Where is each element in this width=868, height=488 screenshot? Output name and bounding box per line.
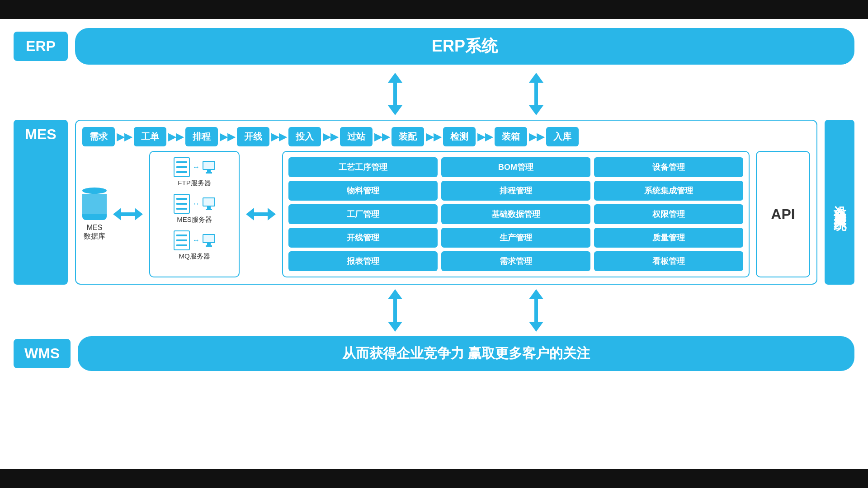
module-3: 物料管理 (288, 181, 438, 201)
module-0: 工艺工序管理 (288, 157, 438, 177)
server-rack-mq (174, 230, 190, 250)
h-shaft (121, 212, 135, 216)
arrow-right (529, 73, 543, 115)
main-content: ERP ERP系统 MES 需求 ▶▶ 工单 ▶▶ 排程 ▶▶ 开线 (0, 19, 868, 469)
flow-arrow-4: ▶▶ (323, 131, 338, 143)
mes-label: MES (14, 120, 68, 285)
process-item-4: 投入 (288, 127, 321, 146)
module-10: 生产管理 (441, 228, 590, 248)
module-2: 设备管理 (594, 157, 743, 177)
process-item-1: 工单 (134, 127, 166, 146)
arrow-up-head3 (388, 289, 402, 299)
db-mid (82, 194, 107, 214)
ftp-monitor (203, 161, 215, 174)
mes-row: MES 需求 ▶▶ 工单 ▶▶ 排程 ▶▶ 开线 ▶▶ 投入 ▶▶ 过站 ▶▶ … (14, 120, 854, 285)
module-8: 权限管理 (594, 204, 743, 224)
mes-db-section: MES数据库 (82, 151, 107, 277)
h-head-right (135, 208, 143, 221)
modules-box: 工艺工序管理 BOM管理 设备管理 物料管理 排程管理 系统集成管理 工厂管理 … (282, 151, 750, 277)
wms-label: WMS (14, 339, 71, 368)
module-7: 基础数据管理 (441, 204, 590, 224)
process-item-0: 需求 (82, 127, 115, 146)
rack-line (176, 161, 187, 163)
mq-label: MQ服务器 (179, 252, 210, 261)
flow-arrow-8: ▶▶ (529, 131, 544, 143)
process-item-6: 装配 (392, 127, 424, 146)
server-modules-arrow (246, 151, 276, 277)
ftp-server-icon: ↔ (174, 157, 215, 177)
arrow-down-head3 (388, 322, 402, 332)
process-item-5: 过站 (340, 127, 373, 146)
process-item-9: 入库 (546, 127, 579, 146)
api-box: API (756, 151, 810, 277)
h-head-right2 (268, 208, 276, 221)
server-rack-mes (174, 194, 190, 214)
module-4: 排程管理 (441, 181, 590, 201)
bottom-arrow-right (529, 289, 543, 332)
module-6: 工厂管理 (288, 204, 438, 224)
rack-line (176, 244, 187, 246)
device-box: 设备自动采集系统 (825, 120, 854, 285)
arrow-down-head4 (529, 322, 543, 332)
rack-line (176, 203, 187, 205)
module-14: 看板管理 (594, 251, 743, 271)
db-bot (82, 214, 107, 220)
rack-line (176, 198, 187, 200)
flow-arrow-6: ▶▶ (426, 131, 441, 143)
monitor-base (206, 209, 212, 210)
h-head-left (113, 208, 121, 221)
flow-arrow-3: ▶▶ (271, 131, 287, 143)
server-rack-ftp (174, 157, 190, 177)
black-bar-top (0, 0, 868, 19)
db-icon (82, 188, 107, 220)
rack-line (176, 239, 187, 241)
process-item-8: 装箱 (495, 127, 527, 146)
arrow-shaft (393, 83, 397, 105)
mq-monitor (203, 234, 215, 247)
h-head-left2 (246, 208, 254, 221)
arrow-shaft2 (534, 83, 538, 105)
mes-server-item: ↔ MES服务器 (156, 194, 233, 224)
mes-db-label: MES数据库 (84, 224, 105, 241)
arrow-down-head2 (529, 105, 543, 115)
mes-monitor (203, 197, 215, 210)
module-13: 需求管理 (441, 251, 590, 271)
arrow-up-head (388, 73, 402, 83)
rack-line (176, 208, 187, 210)
mes-server-label: MES服务器 (177, 216, 212, 224)
db-server-arrow (113, 151, 143, 277)
ftp-label: FTP服务器 (178, 179, 211, 188)
arrow-shaft3 (393, 299, 397, 322)
mes-bottom: MES数据库 (82, 151, 810, 277)
module-1: BOM管理 (441, 157, 590, 177)
arrow-shaft4 (534, 299, 538, 322)
db-top (82, 188, 107, 194)
rack-line (176, 235, 187, 236)
flow-arrow-5: ▶▶ (374, 131, 390, 143)
ftp-server-item: ↔ FTP服务器 (156, 157, 233, 188)
process-item-3: 开线 (237, 127, 269, 146)
monitor-screen (203, 161, 215, 170)
process-flow: 需求 ▶▶ 工单 ▶▶ 排程 ▶▶ 开线 ▶▶ 投入 ▶▶ 过站 ▶▶ 装配 ▶… (82, 127, 810, 146)
module-9: 开线管理 (288, 228, 438, 248)
h-shaft2 (254, 212, 268, 216)
arrow-up-head4 (529, 289, 543, 299)
arrow-left (388, 73, 402, 115)
erp-system-bar: ERP系统 (75, 28, 854, 65)
mq-server-icon: ↔ (174, 230, 215, 250)
mes-server-arrow: ↔ (193, 200, 200, 208)
monitor-base (206, 245, 212, 247)
flow-arrow-1: ▶▶ (168, 131, 184, 143)
flow-arrow-7: ▶▶ (477, 131, 493, 143)
flow-arrow-0: ▶▶ (117, 131, 132, 143)
erp-label: ERP (14, 32, 68, 61)
monitor-screen (203, 234, 215, 243)
module-12: 报表管理 (288, 251, 438, 271)
wms-row: WMS 从而获得企业竞争力 赢取更多客户的关注 (14, 336, 854, 371)
mes-wms-arrows (14, 289, 854, 332)
arrow-down-head (388, 105, 402, 115)
ftp-arrow: ↔ (193, 163, 200, 171)
erp-row: ERP ERP系统 (14, 28, 854, 65)
module-11: 质量管理 (594, 228, 743, 248)
bottom-arrow-left (388, 289, 402, 332)
